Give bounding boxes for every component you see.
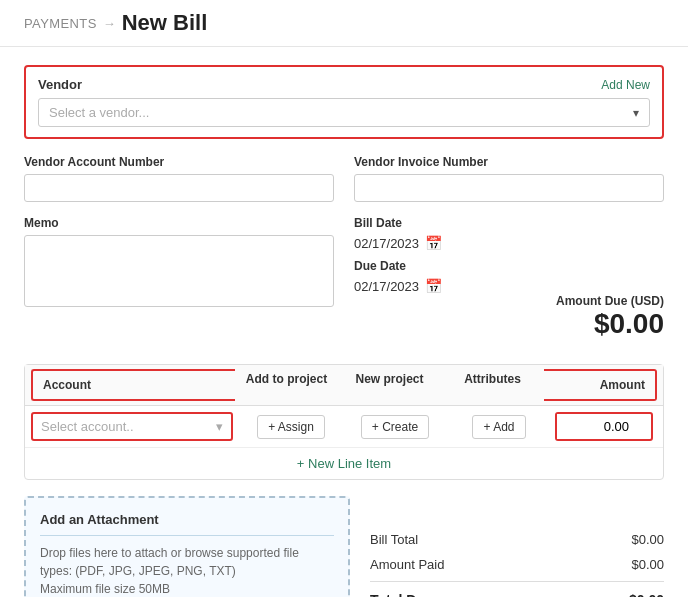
new-project-cell: + Create (343, 415, 447, 439)
vendor-section: Vendor Add New Select a vendor... ▾ (24, 65, 664, 139)
col-amount-header: Amount (544, 369, 657, 401)
amount-input[interactable]: 0.00 (557, 414, 637, 439)
amount-cell: 0.00 (551, 412, 663, 441)
account-placeholder: Select account.. (41, 419, 134, 434)
vendor-fields-row: Vendor Account Number Vendor Invoice Num… (24, 155, 664, 202)
bill-date-value: 02/17/2023 (354, 236, 419, 251)
new-project-button[interactable]: + Create (361, 415, 429, 439)
new-line-item-row: + New Line Item (25, 448, 663, 479)
attachment-description: Drop files here to attach or browse supp… (40, 544, 334, 597)
page-title: New Bill (122, 10, 208, 36)
breadcrumb: PAYMENTS (24, 16, 97, 31)
memo-dates-section: Memo Bill Date 02/17/2023 📅 Due Date (24, 216, 664, 350)
bill-total-row: Bill Total $0.00 (370, 527, 664, 552)
line-items-header: Account Add to project New project Attri… (25, 365, 663, 406)
vendor-invoice-label: Vendor Invoice Number (354, 155, 664, 169)
due-date-value: 02/17/2023 (354, 279, 419, 294)
memo-label: Memo (24, 216, 334, 230)
amount-paid-row: Amount Paid $0.00 (370, 552, 664, 577)
attributes-cell: + Add (447, 415, 551, 439)
account-dropdown-arrow: ▾ (216, 419, 223, 434)
attachment-title: Add an Attachment (40, 512, 334, 536)
bill-total-value: $0.00 (631, 532, 664, 547)
dates-amount-group: Bill Date 02/17/2023 📅 Due Date 02/17/20… (354, 216, 664, 350)
bill-date-row: 02/17/2023 📅 (354, 235, 664, 251)
vendor-account-label: Vendor Account Number (24, 155, 334, 169)
bill-total-label: Bill Total (370, 532, 418, 547)
due-date-group: Due Date 02/17/2023 📅 (354, 259, 664, 294)
vendor-dropdown-arrow: ▾ (633, 106, 639, 120)
add-new-vendor-link[interactable]: Add New (601, 78, 650, 92)
bill-date-group: Bill Date 02/17/2023 📅 (354, 216, 664, 251)
col-attributes-header: Attributes (441, 365, 544, 405)
total-due-row: Total Due $0.00 (370, 586, 664, 597)
amount-paid-value: $0.00 (631, 557, 664, 572)
main-content: Vendor Add New Select a vendor... ▾ Vend… (0, 47, 688, 597)
memo-input[interactable] (24, 235, 334, 307)
total-due-value: $0.00 (629, 592, 664, 597)
due-date-calendar-icon[interactable]: 📅 (425, 278, 442, 294)
line-item-row: Select account.. ▾ + Assign + Create + A… (25, 406, 663, 448)
breadcrumb-arrow: → (103, 16, 116, 31)
vendor-dropdown[interactable]: Select a vendor... ▾ (38, 98, 650, 127)
amount-due-label: Amount Due (USD) (556, 294, 664, 308)
col-add-project-header: Add to project (235, 365, 338, 405)
amount-paid-label: Amount Paid (370, 557, 444, 572)
vendor-label-row: Vendor Add New (38, 77, 650, 92)
attributes-button[interactable]: + Add (472, 415, 525, 439)
account-dropdown-wrapper: Select account.. ▾ (31, 412, 233, 441)
amount-due-value: $0.00 (594, 308, 664, 340)
vendor-placeholder: Select a vendor... (49, 105, 149, 120)
totals-divider (370, 581, 664, 582)
memo-group: Memo (24, 216, 334, 350)
totals-section: Bill Total $0.00 Amount Paid $0.00 Total… (370, 496, 664, 597)
add-project-cell: + Assign (239, 415, 343, 439)
line-items-section: Account Add to project New project Attri… (24, 364, 664, 480)
amount-due-section: Amount Due (USD) $0.00 (354, 294, 664, 340)
vendor-label: Vendor (38, 77, 82, 92)
col-account-header: Account (31, 369, 235, 401)
bottom-section: Add an Attachment Drop files here to att… (24, 496, 664, 597)
total-due-label: Total Due (370, 592, 433, 597)
page-header: PAYMENTS → New Bill (0, 0, 688, 47)
due-date-label: Due Date (354, 259, 664, 273)
amount-input-wrapper: 0.00 (555, 412, 653, 441)
new-line-item-button[interactable]: + New Line Item (297, 456, 391, 471)
bill-date-label: Bill Date (354, 216, 664, 230)
bill-date-calendar-icon[interactable]: 📅 (425, 235, 442, 251)
account-dropdown[interactable]: Select account.. ▾ (33, 414, 231, 439)
vendor-invoice-group: Vendor Invoice Number (354, 155, 664, 202)
add-to-project-button[interactable]: + Assign (257, 415, 325, 439)
vendor-account-group: Vendor Account Number (24, 155, 334, 202)
due-date-row: 02/17/2023 📅 (354, 278, 664, 294)
attachment-section[interactable]: Add an Attachment Drop files here to att… (24, 496, 350, 597)
vendor-invoice-input[interactable] (354, 174, 664, 202)
col-new-project-header: New project (338, 365, 441, 405)
account-cell: Select account.. ▾ (25, 412, 239, 441)
dates-group: Bill Date 02/17/2023 📅 Due Date 02/17/20… (354, 216, 664, 294)
vendor-account-input[interactable] (24, 174, 334, 202)
